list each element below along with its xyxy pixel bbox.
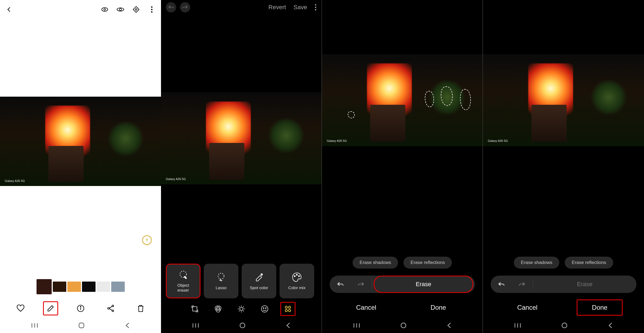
svg-point-51 <box>240 323 245 328</box>
thumbnail-strip[interactable] <box>0 275 161 299</box>
revert-button[interactable]: Revert <box>268 4 286 11</box>
tab-more-tools[interactable] <box>280 302 295 316</box>
redo-button[interactable] <box>512 276 533 293</box>
favorite-button[interactable] <box>13 301 28 315</box>
save-button[interactable]: Save <box>294 4 307 11</box>
tab-stickers[interactable] <box>257 302 272 316</box>
tab-adjust[interactable] <box>234 302 249 316</box>
svg-point-2 <box>119 8 121 11</box>
svg-point-10 <box>108 308 109 309</box>
svg-point-43 <box>265 308 266 309</box>
svg-point-47 <box>288 309 291 312</box>
svg-point-41 <box>261 306 268 312</box>
undo-button[interactable] <box>166 2 176 12</box>
system-nav <box>322 318 482 333</box>
svg-point-6 <box>151 11 152 12</box>
home-nav-icon[interactable] <box>400 322 406 328</box>
tool-color-mix[interactable]: Color mix <box>280 264 314 298</box>
lasso-selection <box>348 111 355 118</box>
share-button[interactable] <box>103 301 118 315</box>
tool-spot-color[interactable]: Spot color <box>242 264 276 298</box>
watermark: Galaxy A35 5G <box>5 179 25 182</box>
tab-filters[interactable] <box>211 302 226 316</box>
home-nav-icon[interactable] <box>78 322 84 328</box>
svg-rect-28 <box>193 307 197 311</box>
thumbnail[interactable] <box>97 282 110 292</box>
svg-point-9 <box>80 306 81 307</box>
system-nav <box>161 318 321 333</box>
svg-point-3 <box>135 9 137 10</box>
erase-shadows-chip[interactable]: Erase shadows <box>514 257 559 269</box>
tool-object-eraser[interactable]: Object eraser <box>166 264 201 298</box>
svg-line-39 <box>243 306 244 307</box>
home-nav-icon[interactable] <box>561 322 567 328</box>
more-options-icon[interactable] <box>147 5 156 14</box>
thumbnail[interactable] <box>67 282 81 292</box>
back-nav-icon[interactable] <box>286 322 291 328</box>
undo-button[interactable] <box>491 276 512 293</box>
preview-eye-icon[interactable] <box>116 5 125 14</box>
info-button[interactable] <box>73 301 88 315</box>
system-nav <box>0 318 161 333</box>
back-icon[interactable] <box>5 5 14 14</box>
done-button[interactable]: Done <box>415 299 461 316</box>
watermark: Galaxy A35 5G <box>488 139 508 142</box>
svg-line-38 <box>243 311 244 311</box>
undo-button[interactable] <box>330 276 351 293</box>
erase-button[interactable]: Erase <box>533 276 636 293</box>
tool-label: Object eraser <box>177 283 189 293</box>
remaster-badge[interactable]: T <box>142 236 152 245</box>
smart-view-icon[interactable] <box>132 5 140 14</box>
watermark: Galaxy A35 5G <box>327 139 347 142</box>
erase-reflections-chip[interactable]: Erase reflections <box>565 257 613 269</box>
back-nav-icon[interactable] <box>608 322 613 328</box>
svg-point-4 <box>151 6 152 8</box>
thumbnail[interactable] <box>82 282 96 292</box>
back-nav-icon[interactable] <box>447 322 452 328</box>
tab-transform[interactable] <box>187 302 202 316</box>
tool-label: Lasso <box>216 285 226 290</box>
photo-canvas[interactable]: Galaxy A35 5G <box>322 54 482 146</box>
erase-shadows-chip[interactable]: Erase shadows <box>353 257 398 269</box>
svg-rect-18 <box>79 323 84 328</box>
thumbnail[interactable] <box>53 282 66 292</box>
recents-nav-icon[interactable] <box>514 323 521 328</box>
svg-point-32 <box>240 307 243 311</box>
svg-line-37 <box>239 306 240 307</box>
done-button[interactable]: Done <box>577 299 623 316</box>
system-nav <box>483 318 644 333</box>
photo-preview[interactable]: Galaxy A35 5G <box>0 97 161 186</box>
svg-line-13 <box>109 306 112 308</box>
photo-canvas[interactable]: Galaxy A35 5G <box>161 92 321 184</box>
recents-nav-icon[interactable] <box>31 323 38 328</box>
redo-button[interactable] <box>351 276 372 293</box>
erase-button[interactable]: Erase <box>374 276 473 293</box>
tool-lasso[interactable]: Lasso <box>204 264 238 298</box>
svg-point-21 <box>315 9 316 11</box>
svg-point-0 <box>102 8 108 11</box>
svg-point-23 <box>218 273 224 279</box>
redo-button[interactable] <box>180 2 190 12</box>
recents-nav-icon[interactable] <box>192 323 199 328</box>
svg-line-40 <box>239 311 240 311</box>
thumbnail[interactable] <box>111 282 125 292</box>
recents-nav-icon[interactable] <box>353 323 360 328</box>
edit-button[interactable] <box>43 301 58 315</box>
more-options-icon[interactable] <box>315 4 317 11</box>
cancel-button[interactable]: Cancel <box>343 299 389 316</box>
thumbnail[interactable] <box>37 279 52 294</box>
back-nav-icon[interactable] <box>125 322 130 328</box>
svg-point-11 <box>112 305 114 307</box>
svg-point-20 <box>315 7 316 8</box>
svg-point-1 <box>104 9 106 10</box>
svg-point-12 <box>112 310 114 312</box>
bixby-vision-icon[interactable] <box>100 5 109 14</box>
svg-point-26 <box>296 274 297 275</box>
cancel-button[interactable]: Cancel <box>504 299 550 316</box>
home-nav-icon[interactable] <box>239 322 245 328</box>
photo-canvas[interactable]: Galaxy A35 5G <box>483 54 644 146</box>
delete-button[interactable] <box>133 301 148 315</box>
svg-point-5 <box>151 9 152 10</box>
svg-point-25 <box>294 276 295 277</box>
erase-reflections-chip[interactable]: Erase reflections <box>403 257 452 269</box>
